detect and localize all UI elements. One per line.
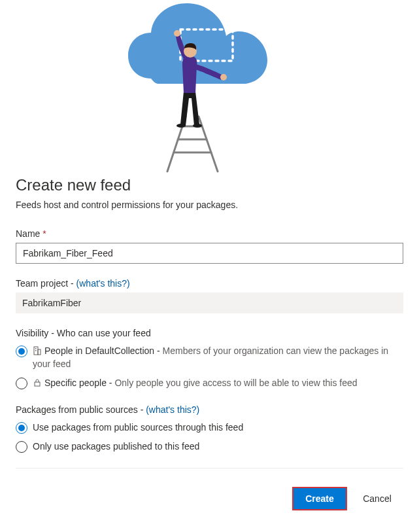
radio-icon[interactable] — [16, 378, 27, 389]
ladder — [167, 116, 218, 171]
create-button[interactable]: Create — [293, 488, 346, 509]
upstream-label: Packages from public sources - (what's t… — [16, 404, 403, 415]
svg-rect-10 — [38, 349, 41, 355]
page-title: Create new feed — [16, 176, 403, 194]
hero-illustration — [16, 0, 403, 173]
radio-icon[interactable] — [16, 441, 27, 453]
svg-rect-13 — [35, 382, 40, 386]
cloud-shape — [128, 3, 267, 84]
lock-icon — [33, 378, 42, 387]
svg-point-8 — [220, 74, 227, 80]
upstream-help-link[interactable]: (what's this?) — [146, 404, 199, 415]
person-legs — [180, 92, 199, 126]
visibility-option-specific[interactable]: Specific people - Only people you give a… — [16, 377, 403, 390]
visibility-label: Visibility - Who can use your feed — [16, 328, 403, 338]
project-field-group: Team project - (what's this?) FabrikamFi… — [16, 278, 403, 313]
svg-rect-11 — [35, 348, 37, 349]
project-help-link[interactable]: (what's this?) — [76, 278, 130, 289]
visibility-option-collection[interactable]: People in DefaultCollection - Members of… — [16, 345, 403, 370]
svg-point-5 — [176, 124, 186, 128]
name-input[interactable] — [16, 243, 403, 264]
svg-rect-12 — [35, 350, 37, 351]
project-value: FabrikamFiber — [16, 293, 403, 313]
cancel-button[interactable]: Cancel — [351, 488, 403, 509]
radio-icon[interactable] — [16, 346, 27, 357]
upstream-section: Packages from public sources - (what's t… — [16, 404, 403, 453]
svg-point-7 — [174, 30, 180, 37]
cloud-person-illustration — [112, 0, 308, 173]
svg-point-6 — [193, 124, 202, 128]
required-asterisk: * — [42, 228, 46, 239]
svg-line-1 — [199, 116, 218, 171]
divider — [16, 468, 403, 469]
visibility-section: Visibility - Who can use your feed Peopl… — [16, 328, 403, 390]
button-row: Create Cancel — [16, 488, 403, 509]
name-label: Name * — [16, 228, 403, 239]
person-torso — [182, 56, 197, 93]
radio-icon[interactable] — [16, 422, 27, 434]
name-field-group: Name * — [16, 228, 403, 264]
organization-icon — [33, 346, 42, 355]
project-label: Team project - (what's this?) — [16, 278, 403, 289]
page-subtitle: Feeds host and control permissions for y… — [16, 200, 403, 210]
upstream-option-public[interactable]: Use packages from public sources through… — [16, 421, 403, 434]
upstream-option-private[interactable]: Only use packages published to this feed — [16, 440, 403, 453]
